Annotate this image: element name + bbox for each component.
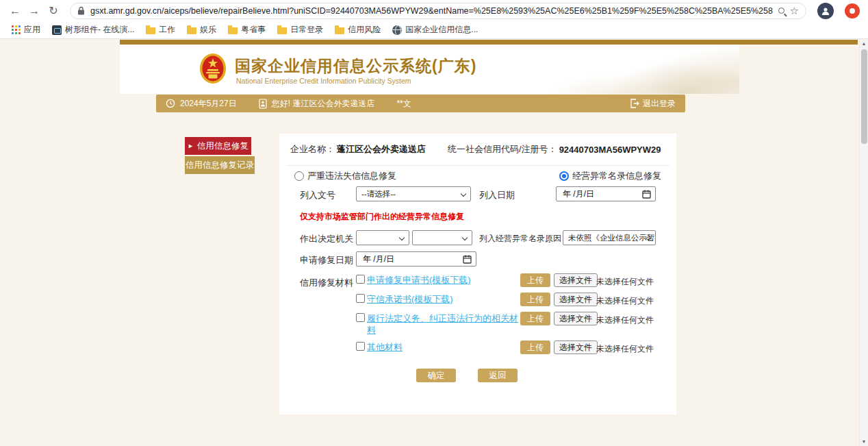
radio-unchecked-icon[interactable] xyxy=(294,171,304,181)
reason-selected-value: 未依照《企业信息公示暂行条 xyxy=(568,233,656,243)
choose-file-button[interactable]: 选择文件 xyxy=(554,293,598,306)
calendar-icon xyxy=(463,255,472,264)
id-badge-icon xyxy=(259,99,267,109)
browser-chrome: ← → ↻ gsxt.amr.gd.gov.cn/aiceps/believe/… xyxy=(0,0,868,39)
repair-type-row: 严重违法失信信息修复 经营异常名录信息修复 xyxy=(294,171,661,182)
upload-button[interactable]: 上传 xyxy=(520,293,550,306)
material-link[interactable]: 守信承诺书(模板下载) xyxy=(367,293,519,305)
clock-icon xyxy=(166,99,175,108)
choose-file-button[interactable]: 选择文件 xyxy=(554,273,598,287)
material-row: 申请修复申请书(模板下载) xyxy=(356,274,519,286)
person-icon xyxy=(821,6,830,16)
site-header: 国家企业信用信息公示系统(广东) National Enterprise Cre… xyxy=(120,45,739,94)
folder-icon xyxy=(228,27,238,34)
no-file-text: 未选择任何文件 xyxy=(596,343,654,355)
apps-grid-icon xyxy=(12,25,21,34)
material-row: 守信承诺书(模板下载) xyxy=(356,293,519,305)
user-name: **文 xyxy=(396,98,411,110)
url-text[interactable]: gsxt.amr.gd.gov.cn/aiceps/believe/repair… xyxy=(90,6,773,16)
radio-checked-icon[interactable] xyxy=(559,171,569,181)
logout-icon xyxy=(630,99,639,108)
radio-label: 严重违法失信信息修复 xyxy=(307,170,396,182)
radio-serious-violation[interactable]: 严重违法失信信息修复 xyxy=(294,170,396,182)
confirm-button[interactable]: 确定 xyxy=(416,369,456,382)
material-link[interactable]: 申请修复申请书(模板下载) xyxy=(367,274,519,286)
upload-button[interactable]: 上传 xyxy=(520,340,550,354)
browser-toolbar: ← → ↻ gsxt.amr.gd.gov.cn/aiceps/believe/… xyxy=(0,0,868,21)
folder-icon xyxy=(146,27,155,34)
folder-icon xyxy=(335,27,344,34)
bookmark-folder[interactable]: 信用风险 xyxy=(331,23,384,37)
choose-file-button[interactable]: 选择文件 xyxy=(554,312,598,325)
no-file-text: 未选择任何文件 xyxy=(596,295,654,307)
folder-icon xyxy=(187,27,196,34)
material-link[interactable]: 其他材料 xyxy=(367,341,519,353)
page-scrollbar[interactable]: ▲ ▼ xyxy=(859,39,868,446)
national-emblem-icon xyxy=(199,53,227,84)
zoom-icon[interactable] xyxy=(778,8,784,14)
folder-icon xyxy=(277,27,287,34)
logout-button[interactable]: 退出登录 xyxy=(630,98,676,110)
choose-file-button[interactable]: 选择文件 xyxy=(554,340,598,354)
material-row: 履行法定义务、纠正违法行为的相关材料 xyxy=(356,312,519,336)
sidebar-item-credit-repair[interactable]: ► 信用信息修复 xyxy=(185,137,251,155)
bookmark-label: 信用风险 xyxy=(348,24,381,36)
material-checkbox[interactable] xyxy=(356,313,365,322)
back-button[interactable]: 返回 xyxy=(478,369,518,382)
material-checkbox[interactable] xyxy=(356,275,365,284)
profile-avatar[interactable] xyxy=(817,3,834,19)
scrollbar-thumb[interactable] xyxy=(861,49,867,144)
enterprise-name-value: 蓬江区公会外卖递送店 xyxy=(337,143,426,156)
sidebar-item-repair-records[interactable]: 信用信息修复记录 xyxy=(185,156,255,174)
upload-button[interactable]: 上传 xyxy=(520,273,550,287)
bookmark-label: 应用 xyxy=(24,24,40,36)
site-title: 国家企业信用信息公示系统(广东) xyxy=(235,55,476,77)
apps-shortcut[interactable]: 应用 xyxy=(8,23,44,37)
no-file-text: 未选择任何文件 xyxy=(596,314,654,326)
sidebar-item-label: 信用信息修复记录 xyxy=(186,160,254,171)
url-bar[interactable]: gsxt.amr.gd.gov.cn/aiceps/believe/repair… xyxy=(70,3,806,19)
credit-code-label: 统一社会信用代码/注册号： xyxy=(448,143,557,156)
bookmark-star-icon[interactable]: ☆ xyxy=(790,5,799,16)
upload-button[interactable]: 上传 xyxy=(520,312,550,325)
enterprise-info-row: 企业名称： 蓬江区公会外卖递送店 统一社会信用代码/注册号： 92440703M… xyxy=(290,143,661,156)
radio-label: 经营异常名录信息修复 xyxy=(572,170,661,182)
reason-label: 列入经营异常名录原因 xyxy=(479,233,561,245)
bookmark-item[interactable]: 树形组件- 在线演... xyxy=(49,23,138,37)
browser-update-icon[interactable] xyxy=(845,3,860,18)
material-link[interactable]: 履行法定义务、纠正违法行为的相关材料 xyxy=(367,312,519,336)
radio-abnormal-operation[interactable]: 经营异常名录信息修复 xyxy=(559,170,661,182)
apply-date-input[interactable]: 年 /月/日 xyxy=(356,251,476,267)
forward-icon[interactable]: → xyxy=(26,3,42,19)
back-icon[interactable]: ← xyxy=(7,3,23,19)
authority-select-2[interactable] xyxy=(412,230,472,245)
reason-select[interactable]: 未依照《企业信息公示暂行条 xyxy=(563,230,656,245)
user-bar: 2024年5月27日 您好! 蓬江区公会外卖递送店 **文 退出登录 xyxy=(156,95,685,112)
top-gold-bar xyxy=(120,40,858,45)
bookmark-folder[interactable]: 娱乐 xyxy=(183,23,220,37)
site-subtitle: National Enterprise Credit Information P… xyxy=(236,77,411,85)
list-date-input[interactable]: 年 /月/日 xyxy=(556,186,656,201)
bookmark-item[interactable]: 国家企业信用信息... xyxy=(389,23,481,37)
authority-label: 作出决定机关 xyxy=(300,233,353,245)
doc-no-select[interactable]: --请选择-- xyxy=(356,186,471,201)
date-placeholder: 年 /月/日 xyxy=(363,253,394,265)
bookmark-folder[interactable]: 日常登录 xyxy=(274,23,327,37)
bookmark-folder[interactable]: 工作 xyxy=(142,23,179,37)
restriction-note: 仅支持市场监管部门作出的经营异常信息修复 xyxy=(300,211,464,223)
enterprise-name-label: 企业名称： xyxy=(290,143,335,156)
bookmark-label: 日常登录 xyxy=(290,24,323,36)
scroll-down-icon[interactable]: ▼ xyxy=(860,437,868,446)
bookmark-folder[interactable]: 粤省事 xyxy=(225,23,269,37)
authority-select-1[interactable] xyxy=(356,230,409,245)
material-checkbox[interactable] xyxy=(356,294,365,303)
material-checkbox[interactable] xyxy=(356,342,365,351)
sidebar-item-label: 信用信息修复 xyxy=(197,140,248,152)
chevron-down-icon xyxy=(461,191,466,197)
bookmark-label: 粤省事 xyxy=(241,24,266,36)
lock-icon xyxy=(77,6,85,15)
scroll-up-icon[interactable]: ▲ xyxy=(860,39,868,48)
materials-label: 信用修复材料 xyxy=(300,277,353,289)
date-placeholder: 年 /月/日 xyxy=(563,188,594,200)
reload-icon[interactable]: ↻ xyxy=(45,3,62,19)
